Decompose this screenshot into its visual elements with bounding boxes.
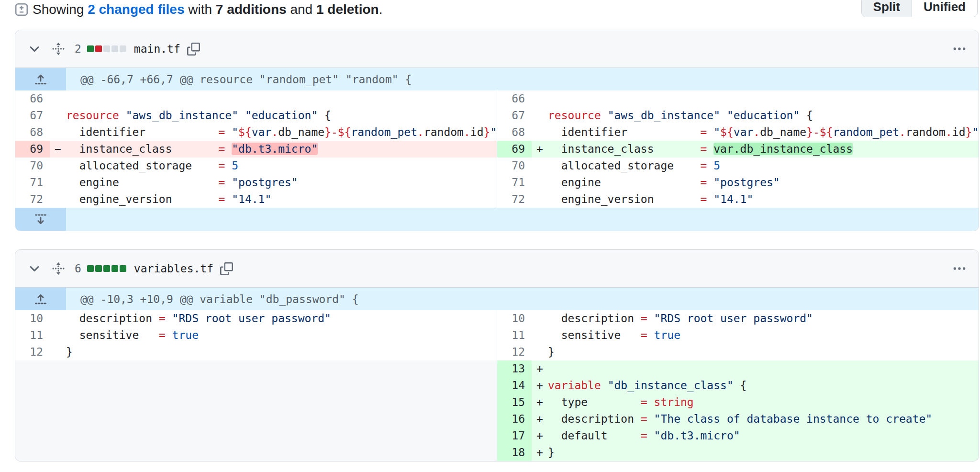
changed-files-list: 2 main.tf @@ -66,7 +66,7 @@ resource "ra… xyxy=(0,30,980,461)
file-card-variables.tf: 6 variables.tf @@ -10,3 +10,9 @@ variabl… xyxy=(15,249,979,461)
line-number[interactable]: 66 xyxy=(497,90,532,107)
code-token: = xyxy=(701,193,707,205)
line-number[interactable]: 69 xyxy=(15,141,50,157)
diff-marker xyxy=(50,90,66,107)
diffstat-square-none xyxy=(103,45,110,52)
diffstat-square-none xyxy=(111,45,118,52)
code-token: = xyxy=(701,126,707,138)
line-number[interactable]: 12 xyxy=(497,344,532,360)
collapse-file-chevron-icon[interactable] xyxy=(26,40,43,57)
code-token xyxy=(647,312,654,325)
code-token xyxy=(707,126,713,138)
code-token: "14.1" xyxy=(713,193,753,205)
split-view-button[interactable]: Split xyxy=(862,0,912,17)
changed-lines-count: 6 xyxy=(75,262,81,275)
file-header: 2 main.tf xyxy=(15,30,979,68)
code-token: " xyxy=(713,126,720,138)
line-number[interactable]: 71 xyxy=(15,174,50,191)
code-line: identifier = "${var.db_name}-${random_pe… xyxy=(66,124,497,141)
code-line: } xyxy=(66,344,497,360)
code-token: = xyxy=(219,176,225,189)
changed-files-link[interactable]: 2 changed files xyxy=(88,2,184,17)
code-token: = xyxy=(701,159,707,172)
code-line: } xyxy=(548,344,979,360)
line-number[interactable]: 66 xyxy=(15,90,50,107)
expand-hunk-up-button[interactable] xyxy=(15,68,66,90)
code-line: description = "RDS root user password" xyxy=(66,310,497,327)
code-token xyxy=(720,109,727,122)
line-number[interactable]: 11 xyxy=(15,327,50,344)
code-token: sensitive xyxy=(548,329,641,341)
code-line: resource "aws_db_instance" "education" { xyxy=(66,107,497,124)
file-diff-icon xyxy=(14,2,29,17)
code-token: = xyxy=(219,193,225,205)
diff-marker xyxy=(532,174,548,191)
line-number[interactable]: 70 xyxy=(15,157,50,174)
copy-file-path-icon[interactable] xyxy=(185,41,202,57)
code-token xyxy=(119,109,126,122)
code-line xyxy=(66,90,497,107)
line-number[interactable]: 67 xyxy=(15,107,50,124)
line-number[interactable]: 14 xyxy=(497,377,532,394)
drag-handle-icon[interactable] xyxy=(50,260,67,277)
line-number[interactable]: 68 xyxy=(15,124,50,141)
code-token xyxy=(707,193,713,205)
top-bar: Showing 2 changed files with 7 additions… xyxy=(14,0,978,19)
expand-hunk-down-button[interactable] xyxy=(15,208,66,231)
line-number[interactable]: 12 xyxy=(15,344,50,360)
line-number[interactable]: 18 xyxy=(497,444,532,461)
line-number[interactable]: 67 xyxy=(497,107,532,124)
line-number[interactable]: 68 xyxy=(497,124,532,141)
diffstat-square-add xyxy=(87,265,94,272)
code-line: identifier = "${var.db_name}-${random_pe… xyxy=(548,124,979,141)
line-number[interactable]: 71 xyxy=(497,174,532,191)
line-number[interactable]: 15 xyxy=(497,394,532,411)
line-number[interactable]: 70 xyxy=(497,157,532,174)
summary-prefix: Showing xyxy=(33,2,88,17)
code-line: sensitive = true xyxy=(66,327,497,344)
line-number[interactable]: 69 xyxy=(497,141,532,157)
code-line: description = "The class of database ins… xyxy=(548,411,979,427)
line-number[interactable]: 13 xyxy=(497,360,532,377)
changed-word: "db.t3.micro" xyxy=(232,143,318,155)
code-token: description xyxy=(548,413,641,425)
code-token: allocated_storage xyxy=(548,159,701,172)
diff-view-toggle: Split Unified xyxy=(861,0,978,17)
collapse-file-chevron-icon[interactable] xyxy=(26,260,43,277)
diff-marker xyxy=(50,360,66,377)
expand-hunk-up-button[interactable] xyxy=(15,288,66,310)
summary-period: . xyxy=(379,2,383,17)
file-name: variables.tf xyxy=(134,262,213,275)
code-token: " xyxy=(490,126,497,138)
code-token: random xyxy=(906,126,946,138)
code-line: description = "RDS root user password" xyxy=(548,310,979,327)
line-number[interactable]: 72 xyxy=(497,191,532,208)
line-number[interactable]: 10 xyxy=(15,310,50,327)
line-number[interactable]: 17 xyxy=(497,427,532,444)
code-token: "postgres" xyxy=(713,176,780,189)
code-line xyxy=(66,377,497,394)
line-number[interactable]: 11 xyxy=(497,327,532,344)
file-menu-kebab-icon[interactable] xyxy=(951,40,968,57)
copy-file-path-icon[interactable] xyxy=(218,260,235,277)
diff-marker xyxy=(50,107,66,124)
drag-handle-icon[interactable] xyxy=(50,40,67,57)
line-number[interactable]: 16 xyxy=(497,411,532,427)
file-menu-kebab-icon[interactable] xyxy=(951,260,968,277)
line-number xyxy=(15,427,50,444)
line-number[interactable]: 10 xyxy=(497,310,532,327)
diffstat xyxy=(87,45,126,52)
code-token: 5 xyxy=(713,159,720,172)
code-token: instance_class xyxy=(548,143,701,155)
code-token: . xyxy=(417,126,424,138)
unified-view-button[interactable]: Unified xyxy=(912,0,977,17)
line-number[interactable]: 72 xyxy=(15,191,50,208)
code-token: true xyxy=(172,329,199,341)
diffstat-square-add xyxy=(120,265,126,272)
code-token: "RDS root user password" xyxy=(654,312,813,325)
diff-table: 10 description = "RDS root user password… xyxy=(15,310,979,461)
summary-and: and xyxy=(287,2,316,17)
code-token: = xyxy=(641,429,647,442)
line-number xyxy=(15,394,50,411)
code-token: } xyxy=(66,346,73,358)
